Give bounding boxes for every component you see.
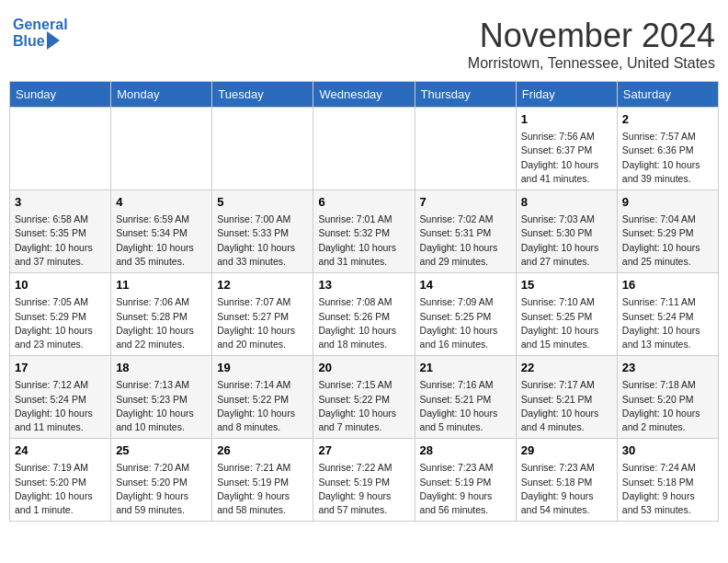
day-info: Sunrise: 7:22 AM Sunset: 5:19 PM Dayligh… (318, 461, 409, 517)
calendar-cell: 4Sunrise: 6:59 AM Sunset: 5:34 PM Daylig… (111, 190, 212, 273)
day-number: 28 (420, 442, 511, 459)
day-number: 14 (420, 277, 511, 293)
day-number: 29 (521, 442, 612, 459)
logo: General Blue (13, 17, 68, 50)
day-number: 1 (521, 111, 612, 128)
day-info: Sunrise: 7:01 AM Sunset: 5:32 PM Dayligh… (318, 213, 409, 269)
logo-triangle-icon (47, 31, 60, 50)
day-info: Sunrise: 7:19 AM Sunset: 5:20 PM Dayligh… (15, 461, 106, 517)
day-number: 12 (217, 277, 308, 293)
calendar-cell: 6Sunrise: 7:01 AM Sunset: 5:32 PM Daylig… (313, 190, 415, 273)
calendar-cell: 24Sunrise: 7:19 AM Sunset: 5:20 PM Dayli… (10, 439, 111, 522)
col-header-thursday: Thursday (415, 82, 516, 108)
calendar-cell: 7Sunrise: 7:02 AM Sunset: 5:31 PM Daylig… (415, 190, 516, 273)
day-info: Sunrise: 6:58 AM Sunset: 5:35 PM Dayligh… (15, 213, 106, 269)
day-info: Sunrise: 7:05 AM Sunset: 5:29 PM Dayligh… (15, 295, 106, 351)
logo-blue-text: Blue (13, 33, 45, 50)
calendar-cell: 18Sunrise: 7:13 AM Sunset: 5:23 PM Dayli… (111, 356, 212, 439)
calendar-cell: 13Sunrise: 7:08 AM Sunset: 5:26 PM Dayli… (313, 273, 415, 356)
calendar-cell: 25Sunrise: 7:20 AM Sunset: 5:20 PM Dayli… (111, 439, 212, 522)
day-number: 13 (318, 277, 409, 293)
day-info: Sunrise: 7:13 AM Sunset: 5:23 PM Dayligh… (116, 378, 207, 434)
day-info: Sunrise: 7:16 AM Sunset: 5:21 PM Dayligh… (420, 378, 511, 434)
day-number: 30 (622, 442, 713, 459)
calendar-cell: 20Sunrise: 7:15 AM Sunset: 5:22 PM Dayli… (313, 356, 415, 439)
page-header: General Blue November 2024 Morristown, T… (9, 9, 719, 75)
day-number: 27 (318, 442, 409, 459)
calendar-week-row: 17Sunrise: 7:12 AM Sunset: 5:24 PM Dayli… (10, 356, 719, 439)
day-number: 5 (217, 194, 308, 211)
day-number: 25 (116, 442, 207, 459)
calendar-cell: 11Sunrise: 7:06 AM Sunset: 5:28 PM Dayli… (111, 273, 212, 356)
col-header-tuesday: Tuesday (212, 82, 313, 108)
calendar-week-row: 10Sunrise: 7:05 AM Sunset: 5:29 PM Dayli… (10, 273, 719, 356)
calendar-cell: 3Sunrise: 6:58 AM Sunset: 5:35 PM Daylig… (10, 190, 111, 273)
calendar-cell: 21Sunrise: 7:16 AM Sunset: 5:21 PM Dayli… (415, 356, 516, 439)
day-number: 17 (15, 360, 106, 376)
day-number: 22 (521, 360, 612, 376)
day-info: Sunrise: 7:23 AM Sunset: 5:19 PM Dayligh… (420, 461, 511, 517)
calendar-cell: 26Sunrise: 7:21 AM Sunset: 5:19 PM Dayli… (212, 439, 313, 522)
calendar-cell: 22Sunrise: 7:17 AM Sunset: 5:21 PM Dayli… (516, 356, 617, 439)
location: Morristown, Tennessee, United States (468, 55, 715, 72)
day-info: Sunrise: 7:11 AM Sunset: 5:24 PM Dayligh… (622, 295, 713, 351)
calendar-cell (10, 108, 111, 190)
calendar-cell: 9Sunrise: 7:04 AM Sunset: 5:29 PM Daylig… (617, 190, 718, 273)
calendar-table: SundayMondayTuesdayWednesdayThursdayFrid… (9, 81, 719, 522)
calendar-cell: 16Sunrise: 7:11 AM Sunset: 5:24 PM Dayli… (617, 273, 718, 356)
calendar-cell: 14Sunrise: 7:09 AM Sunset: 5:25 PM Dayli… (415, 273, 516, 356)
col-header-monday: Monday (111, 82, 212, 108)
day-info: Sunrise: 7:20 AM Sunset: 5:20 PM Dayligh… (116, 461, 207, 517)
calendar-cell: 10Sunrise: 7:05 AM Sunset: 5:29 PM Dayli… (10, 273, 111, 356)
calendar-cell (415, 108, 516, 190)
col-header-sunday: Sunday (10, 82, 111, 108)
calendar-week-row: 1Sunrise: 7:56 AM Sunset: 6:37 PM Daylig… (10, 108, 719, 190)
calendar-cell: 19Sunrise: 7:14 AM Sunset: 5:22 PM Dayli… (212, 356, 313, 439)
day-info: Sunrise: 7:09 AM Sunset: 5:25 PM Dayligh… (420, 295, 511, 351)
calendar-week-row: 24Sunrise: 7:19 AM Sunset: 5:20 PM Dayli… (10, 439, 719, 522)
calendar-cell: 27Sunrise: 7:22 AM Sunset: 5:19 PM Dayli… (313, 439, 415, 522)
day-number: 21 (420, 360, 511, 376)
day-number: 8 (521, 194, 612, 211)
day-info: Sunrise: 7:10 AM Sunset: 5:25 PM Dayligh… (521, 295, 612, 351)
day-number: 15 (521, 277, 612, 293)
col-header-saturday: Saturday (617, 82, 718, 108)
day-number: 16 (622, 277, 713, 293)
logo-general: General (13, 17, 68, 32)
day-number: 26 (217, 442, 308, 459)
day-info: Sunrise: 7:56 AM Sunset: 6:37 PM Dayligh… (521, 130, 612, 186)
day-number: 9 (622, 194, 713, 211)
day-info: Sunrise: 7:08 AM Sunset: 5:26 PM Dayligh… (318, 295, 409, 351)
calendar-cell: 29Sunrise: 7:23 AM Sunset: 5:18 PM Dayli… (516, 439, 617, 522)
calendar-cell: 30Sunrise: 7:24 AM Sunset: 5:18 PM Dayli… (617, 439, 718, 522)
day-number: 11 (116, 277, 207, 293)
day-info: Sunrise: 7:06 AM Sunset: 5:28 PM Dayligh… (116, 295, 207, 351)
day-info: Sunrise: 7:07 AM Sunset: 5:27 PM Dayligh… (217, 295, 308, 351)
calendar-cell: 1Sunrise: 7:56 AM Sunset: 6:37 PM Daylig… (516, 108, 617, 190)
day-number: 4 (116, 194, 207, 211)
day-info: Sunrise: 7:14 AM Sunset: 5:22 PM Dayligh… (217, 378, 308, 434)
calendar-cell: 5Sunrise: 7:00 AM Sunset: 5:33 PM Daylig… (212, 190, 313, 273)
day-number: 6 (318, 194, 409, 211)
calendar-header-row: SundayMondayTuesdayWednesdayThursdayFrid… (10, 82, 719, 108)
day-number: 18 (116, 360, 207, 376)
day-info: Sunrise: 7:21 AM Sunset: 5:19 PM Dayligh… (217, 461, 308, 517)
calendar-cell: 23Sunrise: 7:18 AM Sunset: 5:20 PM Dayli… (617, 356, 718, 439)
day-info: Sunrise: 7:23 AM Sunset: 5:18 PM Dayligh… (521, 461, 612, 517)
calendar-cell: 15Sunrise: 7:10 AM Sunset: 5:25 PM Dayli… (516, 273, 617, 356)
day-number: 24 (15, 442, 106, 459)
calendar-cell: 17Sunrise: 7:12 AM Sunset: 5:24 PM Dayli… (10, 356, 111, 439)
calendar-cell: 8Sunrise: 7:03 AM Sunset: 5:30 PM Daylig… (516, 190, 617, 273)
calendar-cell: 28Sunrise: 7:23 AM Sunset: 5:19 PM Dayli… (415, 439, 516, 522)
month-title: November 2024 (468, 17, 715, 55)
day-info: Sunrise: 7:12 AM Sunset: 5:24 PM Dayligh… (15, 378, 106, 434)
day-info: Sunrise: 7:57 AM Sunset: 6:36 PM Dayligh… (622, 130, 713, 186)
day-number: 20 (318, 360, 409, 376)
day-info: Sunrise: 7:18 AM Sunset: 5:20 PM Dayligh… (622, 378, 713, 434)
day-info: Sunrise: 7:00 AM Sunset: 5:33 PM Dayligh… (217, 213, 308, 269)
day-number: 2 (622, 111, 713, 128)
day-info: Sunrise: 7:02 AM Sunset: 5:31 PM Dayligh… (420, 213, 511, 269)
day-info: Sunrise: 6:59 AM Sunset: 5:34 PM Dayligh… (116, 213, 207, 269)
col-header-friday: Friday (516, 82, 617, 108)
day-info: Sunrise: 7:24 AM Sunset: 5:18 PM Dayligh… (622, 461, 713, 517)
